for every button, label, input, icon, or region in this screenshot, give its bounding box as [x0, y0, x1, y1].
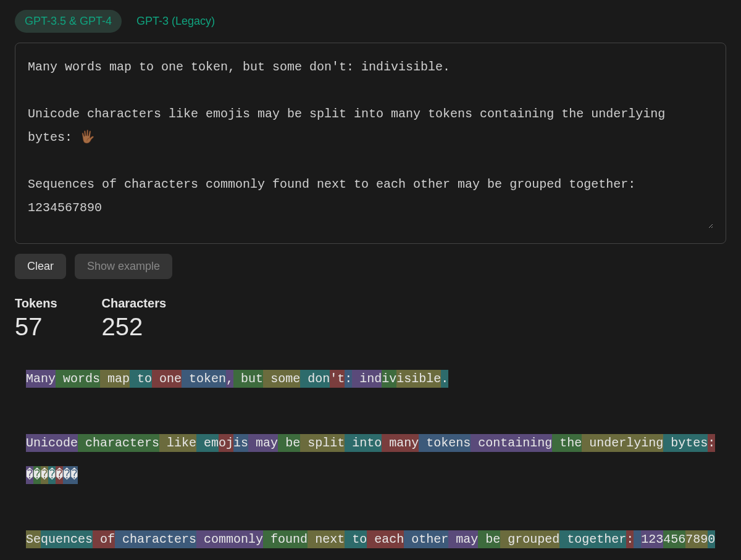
token: :: [345, 370, 352, 388]
token: 789: [685, 530, 708, 548]
token: 456: [663, 530, 685, 548]
token: to: [345, 530, 367, 548]
tokens-stat: Tokens 57: [15, 296, 57, 341]
token: iv: [382, 370, 396, 388]
characters-stat: Characters 252: [102, 296, 167, 341]
token: quences: [41, 530, 93, 548]
token: �: [48, 466, 56, 484]
token: Se: [26, 530, 41, 548]
token: the: [552, 434, 582, 452]
token: is: [233, 434, 248, 452]
token: containing: [471, 434, 552, 452]
tokens-value: 57: [15, 313, 57, 341]
token: words: [56, 370, 100, 388]
token: together: [559, 530, 626, 548]
token: �: [26, 466, 33, 484]
show-example-button[interactable]: Show example: [75, 254, 172, 279]
button-row: Clear Show example: [15, 254, 726, 279]
token: �: [56, 466, 63, 484]
token: next: [308, 530, 345, 548]
token: underlying: [582, 434, 663, 452]
token: Many: [26, 370, 56, 388]
token: .: [441, 370, 448, 388]
token: isible: [396, 370, 441, 388]
token: characters: [78, 434, 159, 452]
token: be: [478, 530, 500, 548]
token: 123: [641, 530, 663, 548]
tab-gpt3-legacy[interactable]: GPT-3 (Legacy): [127, 10, 225, 33]
tab-gpt35-gpt4[interactable]: GPT-3.5 & GPT-4: [15, 10, 122, 33]
token: ind: [352, 370, 382, 388]
token: map: [100, 370, 130, 388]
token: token: [182, 370, 226, 388]
input-container: [15, 43, 726, 244]
characters-value: 252: [102, 313, 167, 341]
token: 't: [330, 370, 345, 388]
token: may: [448, 530, 478, 548]
token: other: [404, 530, 448, 548]
token: into: [345, 434, 382, 452]
token: be: [278, 434, 300, 452]
tokens-label: Tokens: [15, 296, 57, 311]
token: may: [248, 434, 278, 452]
token: but: [233, 370, 263, 388]
token: don: [300, 370, 330, 388]
token: characters: [115, 530, 196, 548]
token: tokens: [419, 434, 471, 452]
token: many: [382, 434, 419, 452]
token-visualization: Many words map to one token, but some do…: [15, 363, 726, 556]
token: each: [367, 530, 404, 548]
token: split: [300, 434, 345, 452]
token: grouped: [500, 530, 559, 548]
token: em: [196, 434, 219, 452]
token: commonly: [196, 530, 263, 548]
token: found: [263, 530, 308, 548]
model-tabs: GPT-3.5 & GPT-4 GPT-3 (Legacy): [15, 10, 726, 33]
token: to: [130, 370, 152, 388]
clear-button[interactable]: Clear: [15, 254, 66, 279]
token: one: [152, 370, 182, 388]
token: 0: [708, 530, 715, 548]
token: �: [33, 466, 41, 484]
token: oj: [219, 434, 233, 452]
token: bytes: [663, 434, 708, 452]
tokenizer-input[interactable]: [28, 56, 713, 228]
token: ,: [226, 370, 233, 388]
token: of: [93, 530, 115, 548]
token: :: [626, 530, 634, 548]
token: [634, 530, 641, 548]
token: ��: [63, 466, 78, 484]
token: some: [263, 370, 300, 388]
token: like: [159, 434, 196, 452]
token: �: [41, 466, 48, 484]
token: Unicode: [26, 434, 78, 452]
stats-row: Tokens 57 Characters 252: [15, 296, 726, 341]
token: :: [708, 434, 715, 452]
characters-label: Characters: [102, 296, 167, 311]
